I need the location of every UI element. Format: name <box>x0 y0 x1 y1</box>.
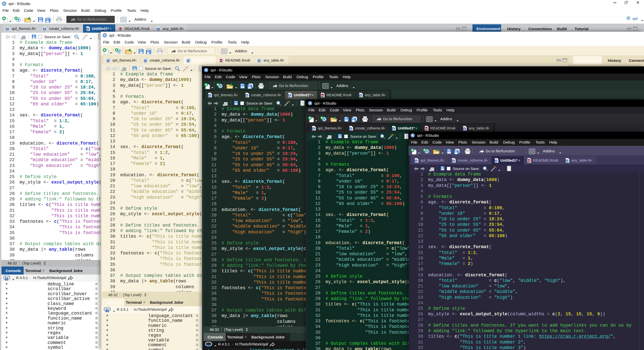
svg-text:R: R <box>289 95 291 97</box>
svg-text:R: R <box>246 95 248 97</box>
svg-text:R: R <box>628 17 629 19</box>
svg-text:R: R <box>495 160 497 162</box>
svg-text:R: R <box>464 128 465 130</box>
svg-text:R: R <box>105 308 109 313</box>
svg-text:R: R <box>220 85 221 87</box>
svg-text:R: R <box>258 60 260 62</box>
svg-text:R: R <box>158 28 159 31</box>
svg-text:Rmd: Rmd <box>425 128 428 129</box>
svg-text:R: R <box>18 19 19 21</box>
svg-text:R: R <box>360 95 361 97</box>
svg-text:R: R <box>350 128 352 130</box>
svg-text:Rmd: Rmd <box>527 160 531 162</box>
svg-text:R: R <box>426 150 428 153</box>
svg-text:R: R <box>313 128 314 130</box>
svg-text:Rmd: Rmd <box>321 95 324 96</box>
svg-text:R: R <box>107 60 109 62</box>
svg-text:R: R <box>187 60 189 62</box>
svg-text:R: R <box>7 28 9 31</box>
svg-text:R: R <box>207 342 211 348</box>
svg-text:R: R <box>5 276 9 281</box>
svg-text:R: R <box>87 28 89 31</box>
svg-text:Rmd: Rmd <box>119 28 122 30</box>
svg-text:R: R <box>453 160 454 162</box>
svg-text:R: R <box>118 50 120 53</box>
svg-text:R: R <box>415 160 417 162</box>
svg-text:R: R <box>566 160 568 162</box>
svg-text:R: R <box>324 118 325 120</box>
svg-text:Rmd: Rmd <box>219 60 223 62</box>
svg-text:R: R <box>44 28 46 31</box>
svg-text:R: R <box>393 128 394 130</box>
svg-text:R: R <box>145 60 146 62</box>
svg-text:R: R <box>209 95 211 97</box>
